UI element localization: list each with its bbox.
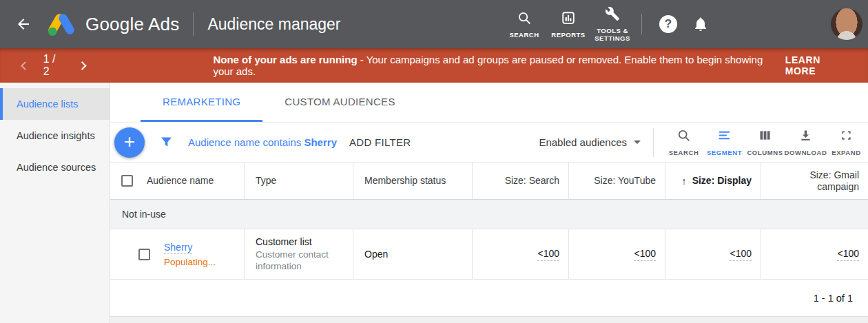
search-icon [517,10,532,28]
filter-condition: Audience name contains [188,136,304,148]
banner-message: None of your ads are running - Your camp… [213,54,785,77]
tools-settings-button[interactable]: TOOLS & SETTINGS [590,6,634,42]
top-app-bar: Google Ads Audience manager SEARCH REPOR… [0,0,868,48]
reports-label: REPORTS [551,31,585,39]
plus-icon: + [124,132,135,152]
sidebar: Audience lists Audience insights Audienc… [0,83,110,323]
learn-more-link[interactable]: LEARN MORE [785,54,851,76]
cell-audience-name: Sherry Populating... [110,229,245,279]
table-icon-buttons: SEARCH SEGMENT COLUMNS [663,128,868,156]
icon-button-label: EXPAND [831,149,861,156]
avatar[interactable] [831,8,862,40]
header-size-youtube[interactable]: Size: YouTube [569,163,665,199]
help-icon[interactable]: ? [659,15,677,33]
icon-button-label: SEARCH [669,149,699,156]
cell-size-display: <100 [665,229,761,279]
header-type: Type [245,163,353,199]
google-ads-app: Google Ads Audience manager SEARCH REPOR… [0,0,868,323]
filter-funnel-icon [160,136,173,149]
type-value: Customer list [256,236,342,247]
main-area: Audience lists Audience insights Audienc… [0,83,868,323]
audience-view-select[interactable]: Enabled audiences [539,136,641,148]
size-value[interactable]: <100 [634,248,656,261]
tools-settings-label: TOOLS & SETTINGS [592,27,632,42]
dropdown-caret-icon [634,140,641,144]
sidebar-item-label: Audience insights [17,130,95,141]
icon-button-label: DOWNLOAD [785,149,827,156]
sort-ascending-icon: ↑ [681,175,687,187]
sidebar-item-audience-sources[interactable]: Audience sources [0,152,110,183]
cell-size-gmail: <100 [761,229,868,279]
banner-prev-icon[interactable] [21,61,30,70]
page-background [110,317,868,323]
table-expand-button[interactable]: EXPAND [826,128,867,156]
google-ads-logo-icon[interactable] [47,12,76,37]
active-filter-chip[interactable]: Audience name contains Sherry [188,136,337,148]
column-label: Audience name [147,175,214,187]
cell-membership-status: Open [353,229,473,279]
sidebar-item-audience-lists[interactable]: Audience lists [0,88,110,120]
size-value[interactable]: <100 [537,248,559,261]
segment-icon [717,128,732,145]
header-size-display[interactable]: ↑ Size: Display [665,163,761,199]
table-search-button[interactable]: SEARCH [663,128,704,156]
audience-view-value: Enabled audiences [539,136,627,148]
page-title: Audience manager [207,15,340,34]
sidebar-item-label: Audience lists [17,98,78,110]
content-panel: REMARKETING CUSTOM AUDIENCES + Audience … [110,83,868,323]
table-footer: 1 - 1 of 1 [110,280,868,317]
table-row: Sherry Populating... Customer list Custo… [110,229,868,280]
size-value[interactable]: <100 [837,248,859,261]
filter-value: Sherry [304,136,337,148]
table-segment-button[interactable]: SEGMENT [704,128,745,156]
tab-remarketing[interactable]: REMARKETING [141,83,262,122]
header-size-gmail[interactable]: Size: Gmail campaign [761,163,868,199]
add-filter-button[interactable]: ADD FILTER [349,136,411,148]
populating-status: Populating... [164,257,216,267]
header-size-search[interactable]: Size: Search [473,163,569,199]
tab-bar: REMARKETING CUSTOM AUDIENCES [110,83,868,123]
search-button[interactable]: SEARCH [502,10,546,39]
add-audience-button[interactable]: + [114,127,145,158]
toolbar-divider [653,128,654,157]
audience-name-link[interactable]: Sherry [164,242,192,254]
select-all-checkbox[interactable] [121,175,133,187]
header-membership-status: Membership status [353,163,473,199]
tab-label: CUSTOM AUDIENCES [285,96,395,107]
sidebar-item-label: Audience sources [17,162,96,173]
tab-label: REMARKETING [163,96,240,107]
pagination-label: 1 - 1 of 1 [814,293,853,304]
product-name: Google Ads [85,14,179,35]
group-row-not-in-use: Not in-use [110,200,868,229]
row-checkbox[interactable] [138,249,150,260]
download-icon [798,128,813,145]
table-columns-button[interactable]: COLUMNS [745,128,785,156]
search-icon [676,128,691,145]
tab-custom-audiences[interactable]: CUSTOM AUDIENCES [262,83,417,122]
expand-icon [839,128,854,145]
type-detail: Customer contact information [256,249,342,272]
table-header-row: Audience name Type Membership status Siz… [110,163,868,200]
reports-icon [561,10,576,28]
size-value[interactable]: <100 [730,248,752,261]
banner-message-title: None of your ads are running [213,54,357,65]
table-toolbar: + Audience name contains Sherry ADD FILT… [110,123,868,163]
audience-name-block: Sherry Populating... [164,242,216,267]
notifications-bell-icon[interactable] [692,16,709,32]
topbar-divider [193,12,194,36]
back-arrow-icon[interactable] [15,16,32,32]
reports-button[interactable]: REPORTS [546,10,590,39]
cell-size-search: <100 [473,229,569,279]
cell-type: Customer list Customer contact informati… [245,229,353,279]
group-label: Not in-use [122,209,166,220]
wrench-icon [605,6,620,24]
column-label: Size: Display [692,175,752,187]
icon-button-label: SEGMENT [707,149,742,156]
search-label: SEARCH [509,31,539,39]
banner-next-icon[interactable] [78,61,87,70]
columns-icon [758,128,772,145]
header-audience-name: Audience name [110,163,245,199]
icon-button-label: COLUMNS [747,149,783,156]
sidebar-item-audience-insights[interactable]: Audience insights [0,120,110,152]
table-download-button[interactable]: DOWNLOAD [785,128,826,156]
